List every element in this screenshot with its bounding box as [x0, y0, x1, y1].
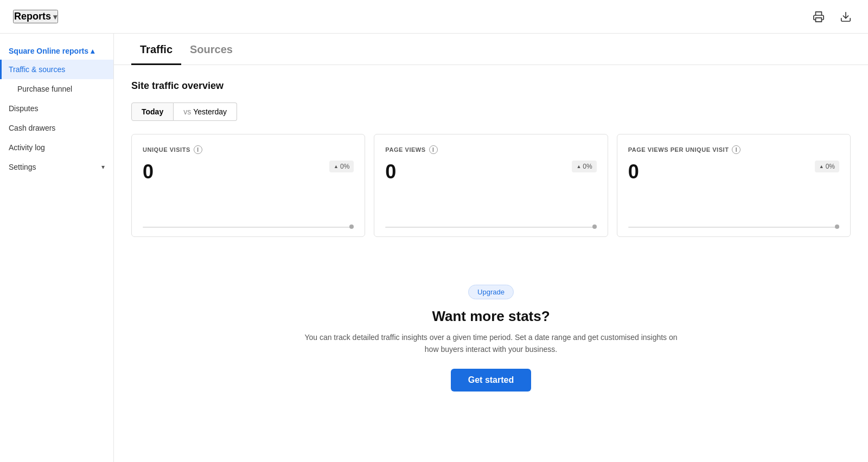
stat-label-page-views-per-visit: PAGE VIEWS PER UNIQUE VISIT i — [628, 145, 839, 154]
sidebar-item-disputes[interactable]: Disputes — [0, 99, 113, 118]
sidebar-item-label: Activity log — [9, 143, 45, 152]
section-title: Site traffic overview — [131, 80, 851, 92]
stat-card-unique-visits: UNIQUE VISITS i 0 ▲ 0% — [131, 134, 365, 237]
main-layout: Square Online reports ▴ Traffic & source… — [0, 34, 868, 462]
chart-dot — [835, 224, 839, 229]
date-toggle: Today vsYesterday — [131, 102, 851, 121]
sidebar-section-chevron-icon: ▴ — [91, 47, 94, 55]
upgrade-section: Upgrade Want more stats? You can track d… — [114, 274, 868, 413]
content-area: Traffic Sources Site traffic overview To… — [114, 34, 868, 462]
chart-dot — [349, 224, 354, 229]
today-button[interactable]: Today — [131, 102, 174, 121]
settings-chevron-icon: ▾ — [101, 163, 105, 171]
reports-label: Reports — [14, 11, 51, 22]
page-views-value: 0 — [385, 161, 396, 183]
sidebar-item-activity-log[interactable]: Activity log — [0, 138, 113, 157]
print-icon — [813, 11, 825, 23]
get-started-button[interactable]: Get started — [451, 369, 531, 392]
inner-content: Site traffic overview Today vsYesterday … — [114, 65, 868, 274]
page-views-per-visit-badge-value: 0% — [826, 163, 835, 170]
page-views-per-visit-value: 0 — [628, 161, 639, 183]
unique-visits-badge: ▲ 0% — [329, 161, 354, 172]
page-views-per-visit-badge-arrow-icon: ▲ — [819, 164, 824, 169]
download-button[interactable] — [837, 8, 855, 26]
stat-card-page-views-per-visit: PAGE VIEWS PER UNIQUE VISIT i 0 ▲ 0% — [617, 134, 851, 237]
sidebar-item-label: Settings — [9, 163, 36, 171]
sidebar-item-settings[interactable]: Settings ▾ — [0, 157, 113, 177]
stat-cards: UNIQUE VISITS i 0 ▲ 0% — [131, 134, 851, 237]
upgrade-description: You can track detailed traffic insights … — [301, 331, 681, 356]
print-button[interactable] — [809, 8, 828, 26]
svg-rect-0 — [816, 17, 822, 21]
sidebar-item-label: Traffic & sources — [9, 65, 65, 74]
tabs-bar: Traffic Sources — [114, 34, 868, 65]
download-icon — [840, 11, 852, 23]
page-views-info-icon[interactable]: i — [429, 145, 438, 154]
header-actions — [809, 8, 855, 26]
vs-label: vs — [183, 107, 191, 116]
sidebar-item-label: Disputes — [9, 104, 38, 113]
unique-visits-badge-value: 0% — [340, 163, 349, 170]
sidebar-item-label: Cash drawers — [9, 124, 55, 132]
reports-chevron-icon: ▾ — [53, 12, 57, 21]
unique-visits-value: 0 — [143, 161, 154, 183]
stat-value-row: 0 ▲ 0% — [143, 161, 354, 183]
page-views-per-visit-info-icon[interactable]: i — [732, 145, 741, 154]
sidebar-item-traffic-sources[interactable]: Traffic & sources — [0, 60, 113, 79]
page-views-per-visit-chart — [628, 227, 839, 228]
upgrade-badge: Upgrade — [468, 285, 514, 299]
page-views-per-visit-badge: ▲ 0% — [815, 161, 839, 172]
sidebar-item-purchase-funnel[interactable]: Purchase funnel — [0, 79, 113, 99]
yesterday-button[interactable]: vsYesterday — [174, 102, 237, 121]
chart-dot — [592, 224, 597, 229]
reports-menu-button[interactable]: Reports ▾ — [13, 10, 58, 23]
stat-value-row: 0 ▲ 0% — [628, 161, 839, 183]
tab-traffic[interactable]: Traffic — [131, 34, 181, 65]
page-views-badge-value: 0% — [583, 163, 592, 170]
page-views-chart — [385, 227, 596, 228]
top-header: Reports ▾ — [0, 0, 868, 34]
stat-label-page-views: PAGE VIEWS i — [385, 145, 596, 154]
unique-visits-info-icon[interactable]: i — [194, 145, 202, 154]
page-views-badge-arrow-icon: ▲ — [576, 164, 581, 169]
stat-value-row: 0 ▲ 0% — [385, 161, 596, 183]
unique-visits-badge-arrow-icon: ▲ — [334, 164, 339, 169]
tab-sources[interactable]: Sources — [181, 34, 241, 65]
sidebar-section-label: Square Online reports — [9, 47, 88, 55]
upgrade-title: Want more stats? — [432, 308, 550, 325]
page-views-badge: ▲ 0% — [572, 161, 596, 172]
sidebar-section-header[interactable]: Square Online reports ▴ — [0, 42, 113, 60]
sidebar-item-label: Purchase funnel — [17, 85, 72, 93]
sidebar: Square Online reports ▴ Traffic & source… — [0, 34, 114, 462]
sidebar-item-cash-drawers[interactable]: Cash drawers — [0, 118, 113, 138]
unique-visits-chart — [143, 227, 354, 228]
stat-label-unique-visits: UNIQUE VISITS i — [143, 145, 354, 154]
stat-card-page-views: PAGE VIEWS i 0 ▲ 0% — [374, 134, 608, 237]
